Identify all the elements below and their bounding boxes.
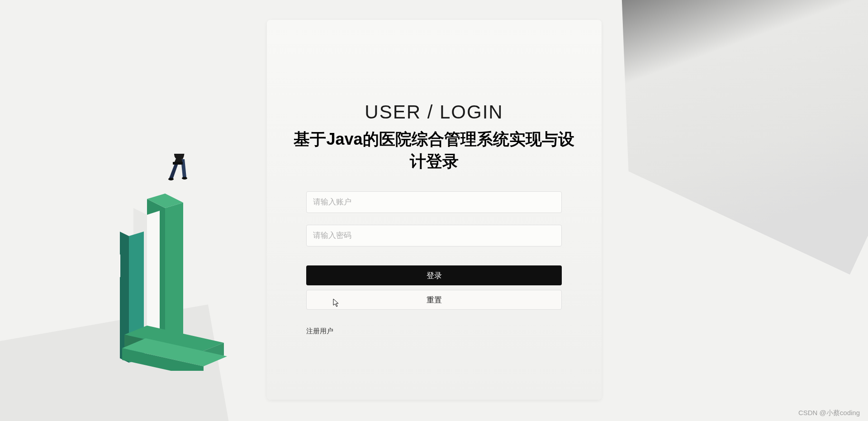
- login-card: USER / LOGIN 基于Java的医院综合管理系统实现与设计登录 登录 重…: [267, 20, 602, 400]
- svg-point-4: [168, 178, 174, 180]
- login-button[interactable]: 登录: [306, 265, 562, 285]
- login-cn-title: 基于Java的医院综合管理系统实现与设计登录: [286, 128, 583, 172]
- register-link[interactable]: 注册用户: [306, 327, 333, 336]
- svg-point-5: [182, 177, 187, 180]
- login-form: 登录 重置 注册用户: [306, 191, 562, 336]
- books-illustration-left: [120, 154, 251, 373]
- watermark: CSDN @小蔡coding: [798, 409, 860, 417]
- login-eng-title: USER / LOGIN: [286, 101, 583, 123]
- username-input[interactable]: [306, 191, 562, 213]
- svg-rect-3: [173, 162, 183, 165]
- reset-button[interactable]: 重置: [306, 290, 562, 310]
- password-input[interactable]: [306, 225, 562, 246]
